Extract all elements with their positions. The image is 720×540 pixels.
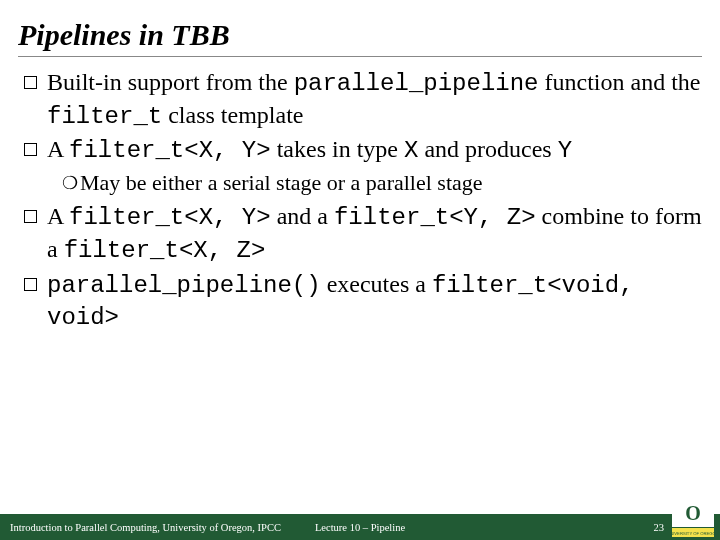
text-run: and produces (418, 136, 557, 162)
text-run: and a (271, 203, 334, 229)
bullet-text: A filter_t<X, Y> and a filter_t<Y, Z> co… (47, 201, 702, 266)
code-run: filter_t (47, 103, 162, 130)
square-bullet-icon (24, 278, 37, 291)
footer-left-text: Introduction to Parallel Computing, Univ… (10, 522, 281, 533)
text-run: A (47, 203, 69, 229)
sub-bullet-item: ❍ May be either a serial stage or a para… (62, 169, 702, 197)
bullet-text: A filter_t<X, Y> takes in type X and pro… (47, 134, 702, 167)
code-run: parallel_pipeline (294, 70, 539, 97)
text-run: A (47, 136, 69, 162)
text-run: function and the (539, 69, 701, 95)
text-run: class template (162, 102, 303, 128)
code-run: filter_t<X, Y> (69, 137, 271, 164)
bullet-item: Built-in support from the parallel_pipel… (24, 67, 702, 132)
square-bullet-icon (24, 143, 37, 156)
bullet-item: A filter_t<X, Y> takes in type X and pro… (24, 134, 702, 167)
slide-footer: Introduction to Parallel Computing, Univ… (0, 514, 720, 540)
slide: Pipelines in TBB Built-in support from t… (0, 0, 720, 540)
bullet-text: parallel_pipeline() executes a filter_t<… (47, 269, 702, 334)
text-run: executes a (321, 271, 432, 297)
code-run: filter_t<X, Z> (64, 237, 266, 264)
bullet-item: A filter_t<X, Y> and a filter_t<Y, Z> co… (24, 201, 702, 266)
footer-center-text: Lecture 10 – Pipeline (315, 522, 405, 533)
code-run: filter_t<Y, Z> (334, 204, 536, 231)
circle-bullet-icon: ❍ (62, 169, 80, 197)
svg-text:O: O (685, 502, 701, 524)
sub-bullet-text: May be either a serial stage or a parall… (80, 169, 483, 197)
bullet-item: parallel_pipeline() executes a filter_t<… (24, 269, 702, 334)
square-bullet-icon (24, 76, 37, 89)
svg-text:UNIVERSITY OF OREGON: UNIVERSITY OF OREGON (672, 531, 714, 536)
code-run: filter_t<X, Y> (69, 204, 271, 231)
code-run: X (404, 137, 418, 164)
university-logo-icon: O UNIVERSITY OF OREGON (672, 499, 714, 537)
code-run: Y (558, 137, 572, 164)
text-run: takes in type (271, 136, 404, 162)
text-run: Built-in support from the (47, 69, 294, 95)
code-run: parallel_pipeline() (47, 272, 321, 299)
page-number: 23 (654, 522, 665, 533)
bullet-text: Built-in support from the parallel_pipel… (47, 67, 702, 132)
slide-content: Built-in support from the parallel_pipel… (18, 67, 702, 334)
title-rule (18, 56, 702, 57)
square-bullet-icon (24, 210, 37, 223)
page-title: Pipelines in TBB (18, 18, 702, 52)
